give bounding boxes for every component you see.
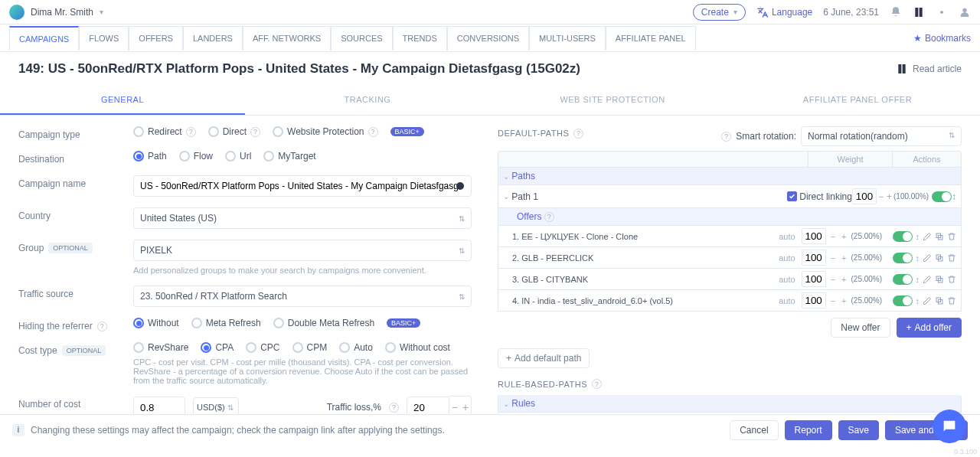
language-button[interactable]: Language bbox=[756, 6, 812, 18]
traffic-source-select[interactable]: 23. 50onRed / RTX Platform Search⇅ bbox=[133, 286, 472, 307]
tab-offers[interactable]: OFFERS bbox=[129, 26, 183, 51]
tab-multi-users[interactable]: MULTI-USERS bbox=[529, 26, 606, 51]
trash-icon[interactable] bbox=[947, 253, 956, 263]
subtab-general[interactable]: GENERAL bbox=[0, 86, 245, 115]
plus-icon[interactable]: + bbox=[885, 191, 893, 202]
help-icon[interactable]: ? bbox=[573, 129, 583, 139]
radio-website-protection[interactable]: Website Protection? bbox=[273, 126, 378, 137]
radio-cpm[interactable]: CPM bbox=[292, 342, 328, 353]
group-select[interactable]: PIXELK⇅ bbox=[133, 240, 472, 261]
tab-campaigns[interactable]: CAMPAIGNS bbox=[9, 26, 79, 51]
chat-button[interactable] bbox=[933, 410, 966, 443]
report-button[interactable]: Report bbox=[785, 420, 832, 440]
minus-icon[interactable]: − bbox=[829, 275, 837, 284]
plus-icon[interactable]: + bbox=[840, 253, 848, 263]
subtab-affiliate-offer[interactable]: AFFILIATE PANEL OFFER bbox=[735, 86, 980, 115]
cancel-button[interactable]: Cancel bbox=[730, 420, 778, 440]
trash-icon[interactable] bbox=[947, 275, 956, 284]
user-name[interactable]: Dima Mr. Smith bbox=[31, 7, 93, 18]
sort-icon[interactable]: ↕ bbox=[916, 232, 920, 241]
minus-button[interactable]: − bbox=[449, 397, 460, 414]
radio-without[interactable]: Without bbox=[133, 318, 179, 328]
chevron-down-icon[interactable]: ▾ bbox=[100, 8, 103, 16]
sort-icon[interactable]: ↕ bbox=[916, 296, 920, 305]
avatar[interactable] bbox=[9, 5, 24, 20]
help-icon[interactable]: ? bbox=[721, 132, 731, 142]
radio-path[interactable]: Path bbox=[133, 151, 167, 162]
help-icon[interactable]: ? bbox=[186, 127, 196, 137]
plus-icon[interactable]: + bbox=[840, 275, 848, 284]
sort-icon[interactable]: ↕ bbox=[952, 191, 956, 202]
tab-sources[interactable]: SOURCES bbox=[331, 26, 392, 51]
tab-flows[interactable]: FLOWS bbox=[79, 26, 129, 51]
tab-aff-networks[interactable]: AFF. NETWORKS bbox=[243, 26, 331, 51]
minus-icon[interactable]: − bbox=[877, 191, 885, 202]
direct-linking-checkbox[interactable] bbox=[787, 191, 797, 201]
weight-input[interactable] bbox=[802, 292, 826, 308]
weight-input[interactable] bbox=[802, 271, 826, 287]
copy-icon[interactable] bbox=[935, 296, 944, 305]
save-button[interactable]: Save bbox=[838, 420, 879, 440]
new-offer-button[interactable]: New offer bbox=[831, 318, 890, 338]
minus-icon[interactable]: − bbox=[829, 232, 837, 241]
tab-landers[interactable]: LANDERS bbox=[183, 26, 243, 51]
tab-conversions[interactable]: CONVERSIONS bbox=[447, 26, 529, 51]
rotation-select[interactable]: Normal rotation(random)⇅ bbox=[801, 126, 962, 146]
subtab-tracking[interactable]: TRACKING bbox=[245, 86, 490, 115]
chevron-down-icon[interactable]: ⌄ bbox=[503, 172, 509, 181]
help-icon[interactable]: ? bbox=[250, 127, 260, 137]
help-icon[interactable]: ? bbox=[368, 127, 378, 137]
book-icon[interactable] bbox=[913, 6, 925, 18]
bookmarks-link[interactable]: ★ Bookmarks bbox=[913, 33, 971, 44]
weight-input[interactable] bbox=[852, 188, 877, 204]
create-button[interactable]: Create ▾ bbox=[693, 4, 746, 21]
edit-icon[interactable] bbox=[923, 275, 932, 284]
chevron-down-icon[interactable]: ⌄ bbox=[503, 400, 509, 408]
user-icon[interactable] bbox=[959, 6, 971, 18]
edit-icon[interactable] bbox=[923, 232, 932, 241]
campaign-name-input[interactable] bbox=[133, 175, 472, 197]
tab-trends[interactable]: TRENDS bbox=[393, 26, 447, 51]
add-default-path-button[interactable]: +Add default path bbox=[498, 348, 590, 368]
minus-icon[interactable]: − bbox=[829, 253, 837, 263]
radio-meta-refresh[interactable]: Meta Refresh bbox=[191, 318, 261, 328]
copy-icon[interactable] bbox=[935, 275, 944, 284]
bell-icon[interactable] bbox=[890, 6, 902, 18]
trash-icon[interactable] bbox=[947, 232, 956, 241]
add-offer-button[interactable]: +Add offer bbox=[897, 318, 962, 338]
toggle[interactable] bbox=[893, 274, 913, 285]
plus-button[interactable]: + bbox=[460, 397, 471, 414]
radio-auto[interactable]: Auto bbox=[339, 342, 373, 353]
help-icon[interactable]: ? bbox=[97, 322, 107, 331]
minus-icon[interactable]: − bbox=[829, 296, 837, 305]
trash-icon[interactable] bbox=[947, 296, 956, 305]
radio-direct[interactable]: Direct? bbox=[208, 126, 260, 137]
currency-select[interactable]: USD($)⇅ bbox=[193, 397, 239, 414]
radio-cpa[interactable]: CPA bbox=[201, 342, 234, 353]
radio-url[interactable]: Url bbox=[225, 151, 251, 162]
subtab-web-protection[interactable]: WEB SITE PROTECTION bbox=[490, 86, 735, 115]
help-icon[interactable]: ? bbox=[544, 212, 554, 222]
copy-icon[interactable] bbox=[935, 232, 944, 241]
read-article-link[interactable]: Read article bbox=[896, 63, 962, 75]
copy-icon[interactable] bbox=[935, 253, 944, 263]
radio-without-cost[interactable]: Without cost bbox=[385, 342, 450, 353]
radio-double-meta-refresh[interactable]: Double Meta Refresh bbox=[273, 318, 374, 328]
sort-icon[interactable]: ↕ bbox=[916, 253, 920, 263]
toggle[interactable] bbox=[893, 295, 913, 306]
edit-icon[interactable] bbox=[923, 296, 932, 305]
edit-icon[interactable] bbox=[923, 253, 932, 263]
radio-revshare[interactable]: RevShare bbox=[133, 342, 188, 353]
plus-icon[interactable]: + bbox=[840, 232, 848, 241]
toggle[interactable] bbox=[893, 253, 913, 263]
radio-flow[interactable]: Flow bbox=[179, 151, 213, 162]
tab-affiliate-panel[interactable]: AFFILIATE PANEL bbox=[606, 26, 696, 51]
number-cost-input[interactable] bbox=[133, 397, 185, 415]
radio-redirect[interactable]: Redirect? bbox=[133, 126, 196, 137]
plus-icon[interactable]: + bbox=[840, 296, 848, 305]
weight-input[interactable] bbox=[802, 250, 826, 266]
help-icon[interactable]: ? bbox=[389, 403, 399, 413]
toggle[interactable] bbox=[932, 191, 952, 202]
radio-cpc[interactable]: CPC bbox=[246, 342, 279, 353]
sort-icon[interactable]: ↕ bbox=[916, 275, 920, 284]
